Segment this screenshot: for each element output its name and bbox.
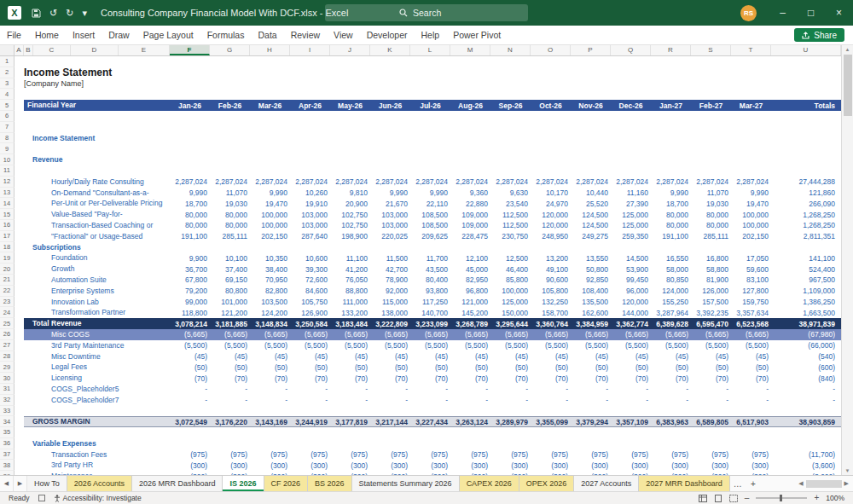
cell[interactable]: (975) bbox=[571, 450, 611, 459]
row-header-9[interactable]: 9 bbox=[0, 143, 15, 154]
row-label[interactable]: Innovation Lab bbox=[24, 297, 170, 308]
cell[interactable] bbox=[15, 297, 24, 308]
cell[interactable]: 266,090 bbox=[771, 200, 841, 208]
cell[interactable]: (975) bbox=[531, 450, 571, 459]
cell[interactable]: (5,665) bbox=[651, 330, 691, 339]
column-header-K[interactable]: K bbox=[370, 45, 410, 55]
cell[interactable] bbox=[15, 395, 24, 406]
cell[interactable]: 105,800 bbox=[531, 287, 571, 295]
cell[interactable]: 39,300 bbox=[290, 265, 330, 274]
cell[interactable]: 49,100 bbox=[531, 265, 571, 274]
sheet-tab-cf-2026[interactable]: CF 2026 bbox=[264, 476, 309, 491]
column-month-jun-26[interactable]: Jun-26 bbox=[370, 101, 410, 110]
cell[interactable]: 191,100 bbox=[651, 232, 691, 240]
cell[interactable]: 124,500 bbox=[571, 221, 611, 229]
cell[interactable] bbox=[15, 231, 24, 242]
row-header-7[interactable]: 7 bbox=[0, 122, 15, 133]
cell[interactable]: 3,392,235 bbox=[691, 309, 731, 317]
row-header-34[interactable]: 34 bbox=[0, 416, 15, 427]
cell[interactable]: 20,900 bbox=[330, 200, 370, 208]
row-label[interactable]: "Fractional" or Usage-Based bbox=[24, 231, 170, 242]
cell[interactable]: (70) bbox=[571, 374, 611, 383]
cell[interactable]: 9,990 bbox=[651, 188, 691, 197]
row-label[interactable]: Value-Based "Pay-for- bbox=[24, 209, 170, 220]
column-month-mar-27[interactable]: Mar-27 bbox=[731, 101, 771, 110]
cell[interactable]: 3,176,220 bbox=[210, 418, 250, 426]
cell[interactable]: (70) bbox=[370, 374, 410, 383]
cell[interactable]: 103,000 bbox=[290, 211, 330, 219]
column-header-E[interactable]: E bbox=[119, 45, 170, 55]
cell[interactable]: 9,810 bbox=[330, 188, 370, 197]
cell[interactable]: 2,287,024 bbox=[370, 177, 410, 186]
cell[interactable] bbox=[15, 89, 24, 100]
cell[interactable]: 88,800 bbox=[330, 287, 370, 295]
column-header-B[interactable]: B bbox=[24, 45, 33, 55]
cell[interactable]: (50) bbox=[170, 363, 210, 372]
cell[interactable]: (975) bbox=[210, 450, 250, 459]
cell[interactable]: (300) bbox=[330, 461, 370, 470]
cell[interactable]: 150,000 bbox=[490, 309, 531, 317]
cell[interactable] bbox=[15, 100, 24, 111]
cell[interactable]: (50) bbox=[210, 363, 250, 372]
row-header-32[interactable]: 32 bbox=[0, 395, 15, 406]
row-label[interactable]: Growth bbox=[24, 264, 170, 275]
ribbon-tab-power-pivot[interactable]: Power Pivot bbox=[446, 26, 508, 44]
ribbon-tab-view[interactable]: View bbox=[327, 26, 360, 44]
row-header-33[interactable]: 33 bbox=[0, 406, 15, 417]
cell[interactable]: 50,800 bbox=[571, 265, 611, 274]
cell[interactable]: - bbox=[611, 385, 651, 393]
cell[interactable]: (300) bbox=[370, 472, 410, 475]
cell[interactable]: 3,384,959 bbox=[571, 320, 611, 328]
cell[interactable]: 17,050 bbox=[731, 254, 771, 263]
cell[interactable]: (5,500) bbox=[611, 341, 651, 350]
cell[interactable]: (975) bbox=[731, 450, 771, 459]
cell[interactable]: 69,150 bbox=[210, 275, 250, 284]
cell[interactable]: 13,200 bbox=[531, 254, 571, 263]
cell[interactable]: 125,000 bbox=[611, 211, 651, 219]
row-label[interactable]: Variable Expenses bbox=[24, 438, 170, 449]
vertical-scrollbar[interactable]: ▲ ▼ bbox=[841, 45, 853, 475]
undo-icon[interactable]: ↺ bbox=[49, 9, 57, 18]
cell[interactable]: 2,287,024 bbox=[290, 177, 330, 186]
column-header-C[interactable]: C bbox=[33, 45, 71, 55]
cell[interactable] bbox=[15, 427, 24, 438]
column-header-R[interactable]: R bbox=[651, 45, 691, 55]
cell[interactable]: 76,050 bbox=[330, 275, 370, 284]
cell[interactable]: - bbox=[771, 396, 841, 404]
cell[interactable]: (975) bbox=[611, 450, 651, 459]
cell[interactable]: 118,800 bbox=[170, 309, 210, 317]
cell[interactable]: - bbox=[250, 385, 290, 393]
cell[interactable]: - bbox=[170, 385, 210, 393]
cell[interactable]: 248,950 bbox=[531, 232, 571, 240]
cell[interactable]: 3,217,144 bbox=[370, 418, 410, 426]
cell[interactable]: (300) bbox=[490, 461, 531, 470]
ribbon-tab-review[interactable]: Review bbox=[284, 26, 327, 44]
cell[interactable]: 120,000 bbox=[611, 298, 651, 306]
cell[interactable]: 82,800 bbox=[250, 287, 290, 295]
cell[interactable]: 6,595,470 bbox=[691, 320, 731, 328]
cell[interactable]: 3,268,789 bbox=[450, 320, 490, 328]
cell[interactable]: (5,500) bbox=[370, 341, 410, 350]
ribbon-tab-page-layout[interactable]: Page Layout bbox=[136, 26, 200, 44]
cell[interactable]: 3,233,099 bbox=[410, 320, 450, 328]
sheet-tab-statements-summary-2026[interactable]: Statements Summary 2026 bbox=[352, 476, 460, 491]
cell[interactable] bbox=[15, 67, 24, 78]
cell[interactable]: 45,000 bbox=[450, 265, 490, 274]
cell[interactable]: (5,665) bbox=[290, 330, 330, 339]
cell[interactable]: 108,500 bbox=[410, 211, 450, 219]
cell[interactable]: (5,665) bbox=[490, 330, 531, 339]
cell[interactable]: 92,000 bbox=[370, 287, 410, 295]
cell[interactable] bbox=[15, 406, 24, 417]
cell[interactable]: (50) bbox=[410, 363, 450, 372]
cell[interactable]: (70) bbox=[651, 374, 691, 383]
cell[interactable]: (5,665) bbox=[410, 330, 450, 339]
cell[interactable]: 124,000 bbox=[651, 287, 691, 295]
cell[interactable]: 1,386,250 bbox=[771, 298, 841, 306]
cell[interactable]: 21,670 bbox=[370, 200, 410, 208]
cell[interactable]: 105,750 bbox=[290, 298, 330, 306]
cell[interactable]: (45) bbox=[370, 352, 410, 361]
cell[interactable]: 12,500 bbox=[490, 254, 531, 263]
row-header-15[interactable]: 15 bbox=[0, 209, 15, 220]
cell[interactable]: 79,200 bbox=[170, 287, 210, 295]
cell[interactable]: 3,379,294 bbox=[571, 418, 611, 426]
